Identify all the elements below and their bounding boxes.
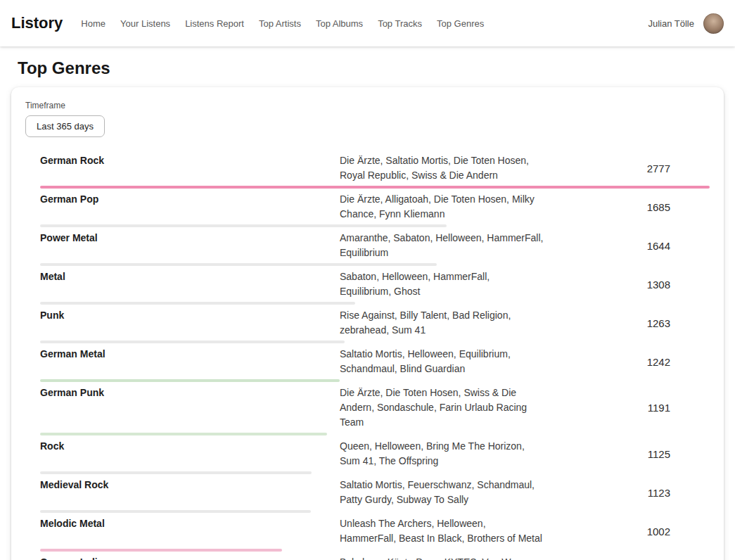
genre-artists: Queen, Helloween, Bring Me The Horizon, … — [340, 439, 551, 469]
user-avatar[interactable] — [703, 13, 724, 34]
genre-artists: Amaranthe, Sabaton, Helloween, HammerFal… — [340, 231, 551, 260]
genre-artists: Sabaton, Helloween, HammerFall, Equilibr… — [340, 269, 551, 299]
genre-row-main: Rock Queen, Helloween, Bring Me The Hori… — [40, 439, 710, 469]
genre-name: Punk — [40, 308, 340, 323]
genre-artists: Bukahara, Käptn Peng, KYTES, Von Wegen L… — [340, 555, 551, 560]
app-root: Listory Home Your Listens Listens Report… — [0, 0, 735, 560]
genre-row: German Indie Bukahara, Käptn Peng, KYTES… — [40, 552, 710, 560]
genre-count: 1123 — [551, 487, 710, 499]
genre-artists: Die Ärzte, Die Toten Hosen, Swiss & Die … — [340, 386, 551, 430]
user-name: Julian Tölle — [648, 18, 694, 29]
genre-name: German Metal — [40, 347, 340, 362]
genre-row: Metal Sabaton, Helloween, HammerFall, Eq… — [40, 266, 710, 305]
user-menu[interactable]: Julian Tölle — [648, 13, 724, 34]
genre-artists: Die Ärzte, Alligatoah, Die Toten Hosen, … — [340, 192, 551, 222]
genre-count: 1002 — [551, 526, 710, 537]
genre-count: 1242 — [551, 356, 710, 368]
genre-row: Medieval Rock Saltatio Mortis, Feuerschw… — [40, 474, 710, 513]
top-nav: Listory Home Your Listens Listens Report… — [0, 0, 735, 46]
genre-row-main: Metal Sabaton, Helloween, HammerFall, Eq… — [40, 269, 710, 299]
nav-item-your-listens[interactable]: Your Listens — [120, 18, 170, 29]
genre-row: Power Metal Amaranthe, Sabaton, Hellowee… — [40, 227, 710, 266]
genre-name: Metal — [40, 269, 340, 284]
genre-count: 1308 — [551, 279, 710, 291]
genre-artists: Rise Against, Billy Talent, Bad Religion… — [340, 308, 551, 338]
genre-row-main: Melodic Metal Unleash The Archers, Hello… — [40, 516, 710, 546]
genre-row-main: Punk Rise Against, Billy Talent, Bad Rel… — [40, 308, 710, 338]
timeframe-value: Last 365 days — [37, 121, 94, 132]
genre-artists: Unleash The Archers, Helloween, HammerFa… — [340, 516, 551, 546]
genre-row-main: German Indie Bukahara, Käptn Peng, KYTES… — [40, 555, 710, 560]
genre-name: German Pop — [40, 192, 340, 207]
nav-links: Home Your Listens Listens Report Top Art… — [81, 18, 648, 29]
genre-name: German Indie — [40, 555, 340, 560]
genre-artists: Die Ärzte, Saltatio Mortis, Die Toten Ho… — [340, 153, 551, 183]
nav-item-top-artists[interactable]: Top Artists — [259, 18, 301, 29]
nav-item-top-tracks[interactable]: Top Tracks — [378, 18, 422, 29]
genre-artists: Saltatio Mortis, Helloween, Equilibrium,… — [340, 347, 551, 376]
genre-row: German Pop Die Ärzte, Alligatoah, Die To… — [40, 189, 710, 227]
nav-item-top-albums[interactable]: Top Albums — [316, 18, 363, 29]
timeframe-select[interactable]: Last 365 days — [25, 115, 105, 137]
genre-count: 1125 — [551, 448, 710, 460]
genre-name: German Rock — [40, 153, 340, 168]
genre-name: Melodic Metal — [40, 516, 340, 531]
genre-row: German Punk Die Ärzte, Die Toten Hosen, … — [40, 382, 710, 435]
genre-count: 1685 — [551, 201, 710, 213]
genre-row-main: German Punk Die Ärzte, Die Toten Hosen, … — [40, 386, 710, 430]
genre-row: Rock Queen, Helloween, Bring Me The Hori… — [40, 435, 710, 474]
genre-row-main: German Rock Die Ärzte, Saltatio Mortis, … — [40, 153, 710, 183]
genre-count: 1644 — [551, 240, 710, 252]
genre-row-main: German Metal Saltatio Mortis, Helloween,… — [40, 347, 710, 376]
genre-row: Melodic Metal Unleash The Archers, Hello… — [40, 513, 710, 552]
genre-count: 2777 — [551, 163, 710, 174]
genre-row: Punk Rise Against, Billy Talent, Bad Rel… — [40, 305, 710, 343]
genre-row-main: Power Metal Amaranthe, Sabaton, Hellowee… — [40, 231, 710, 260]
nav-item-home[interactable]: Home — [81, 18, 106, 29]
genre-row-main: German Pop Die Ärzte, Alligatoah, Die To… — [40, 192, 710, 222]
genre-row: German Metal Saltatio Mortis, Helloween,… — [40, 343, 710, 382]
genre-artists: Saltatio Mortis, Feuerschwanz, Schandmau… — [340, 478, 551, 507]
nav-item-top-genres[interactable]: Top Genres — [437, 18, 484, 29]
timeframe-label: Timeframe — [25, 101, 710, 110]
genre-row: German Rock Die Ärzte, Saltatio Mortis, … — [40, 150, 710, 189]
genre-name: German Punk — [40, 386, 340, 400]
genre-row-main: Medieval Rock Saltatio Mortis, Feuerschw… — [40, 478, 710, 507]
genre-count: 1263 — [551, 317, 710, 329]
genre-name: Medieval Rock — [40, 478, 340, 492]
genre-count: 1191 — [551, 402, 710, 414]
timeframe-filter: Timeframe Last 365 days — [25, 101, 710, 137]
app-logo[interactable]: Listory — [11, 14, 63, 32]
genre-table: German Rock Die Ärzte, Saltatio Mortis, … — [25, 150, 710, 560]
genre-name: Rock — [40, 439, 340, 454]
top-genres-card: Timeframe Last 365 days German Rock Die … — [11, 87, 724, 560]
page-title: Top Genres — [18, 58, 735, 78]
genre-name: Power Metal — [40, 231, 340, 246]
nav-item-listens-report[interactable]: Listens Report — [185, 18, 244, 29]
